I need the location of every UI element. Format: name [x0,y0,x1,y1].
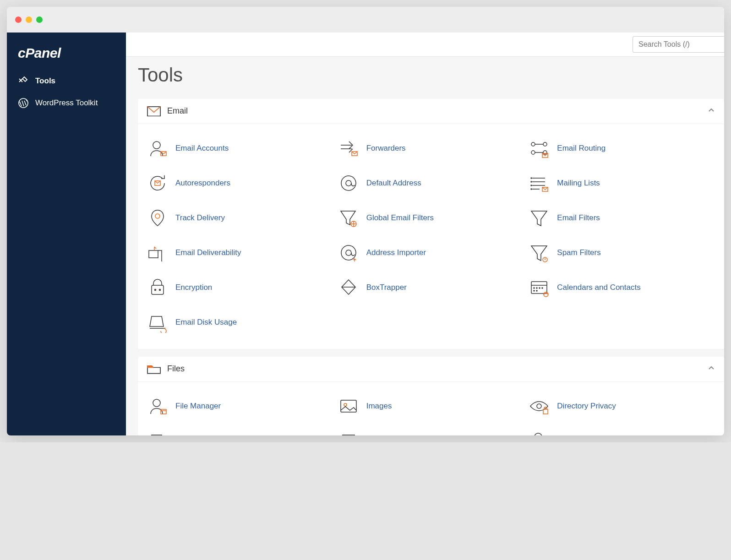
tool-track-delivery[interactable]: Track Delivery [147,202,333,234]
svg-point-16 [531,189,532,190]
window-minimize-button[interactable] [26,16,32,23]
directory-privacy-icon [529,396,550,417]
spam-filters-icon [529,242,550,263]
svg-rect-40 [543,409,548,414]
tool-label: Spam Filters [557,248,600,257]
tool-email-disk-usage[interactable]: Email Disk Usage [147,306,333,338]
panel-email: Email Email Accounts Forwarders [138,99,724,349]
main-content: Tools Email [126,33,724,435]
window-close-button[interactable] [15,16,22,23]
email-accounts-icon [147,138,168,159]
email-disk-usage-icon [147,312,168,333]
titlebar [7,7,724,33]
tool-label: Email Filters [557,213,600,223]
page-title: Tools [138,64,724,86]
tool-spam-filters[interactable]: Spam Filters [529,237,715,269]
tool-label: Email Accounts [175,144,229,153]
svg-point-5 [531,142,535,146]
svg-point-15 [531,185,532,186]
brand-logo: cPanel [7,45,126,70]
tool-email-accounts[interactable]: Email Accounts [147,132,333,164]
track-delivery-icon [147,207,168,228]
mailing-lists-icon [529,173,550,194]
svg-point-25 [155,289,156,290]
address-importer-icon [338,242,359,263]
tool-label: File Manager [175,402,221,411]
tool-global-email-filters[interactable]: Global Email Filters [338,202,524,234]
svg-rect-37 [341,400,356,412]
svg-point-11 [341,176,356,190]
svg-rect-36 [161,409,166,414]
default-address-icon [338,173,359,194]
boxtrapper-icon [338,277,359,298]
tool-label: Address Importer [366,248,426,257]
tool-label: Default Address [366,179,421,188]
svg-point-14 [531,181,532,182]
tool-label: Email Disk Usage [175,318,237,327]
tool-images[interactable]: Images [338,390,524,422]
panel-header-files[interactable]: Files [138,357,724,382]
tool-email-deliverability[interactable]: Email Deliverability [147,237,333,269]
sidebar-item-tools[interactable]: Tools [7,70,126,92]
window-maximize-button[interactable] [36,16,43,23]
panel-body-files: File Manager Images Directory Privacy [138,382,724,435]
tool-label: Email Deliverability [175,248,241,257]
calendars-and-contacts-icon [529,277,550,298]
svg-point-8 [543,151,547,154]
tool-label: Directory Privacy [557,402,616,411]
svg-point-26 [159,289,161,290]
svg-point-7 [531,151,535,154]
panel-header-email[interactable]: Email [138,99,724,124]
tool-label: Images [366,402,392,411]
tool-web-disk[interactable]: Web Disk [338,425,524,435]
tool-directory-privacy[interactable]: Directory Privacy [529,390,715,422]
svg-point-35 [153,399,160,407]
tool-autoresponders[interactable]: Autoresponders [147,167,333,199]
ftp-accounts-icon: FTP [529,430,550,435]
forwarders-icon [338,138,359,159]
tool-address-importer[interactable]: Address Importer [338,237,524,269]
svg-point-33 [536,290,537,291]
tool-label: Track Delivery [175,213,225,223]
sidebar-item-wordpress-toolkit[interactable]: WordPress Toolkit [7,92,126,114]
svg-point-43 [535,433,542,435]
tool-label: Mailing Lists [557,179,600,188]
tool-email-filters[interactable]: Email Filters [529,202,715,234]
tool-file-manager[interactable]: File Manager [147,390,333,422]
folder-icon [147,364,161,374]
svg-point-6 [543,142,547,146]
email-deliverability-icon [147,242,168,263]
svg-point-28 [534,288,535,288]
envelope-icon [147,106,161,116]
panel-title: Email [167,106,701,116]
tool-disk-usage[interactable]: Disk Usage [147,425,333,435]
tool-mailing-lists[interactable]: Mailing Lists [529,167,715,199]
tool-label: Forwarders [366,144,406,153]
content-area: Tools Email [126,57,724,435]
file-manager-icon [147,396,168,417]
tools-icon [18,76,29,87]
tool-ftp-accounts[interactable]: FTP FTP Accounts [529,425,715,435]
svg-point-30 [539,288,540,288]
wordpress-icon [18,98,29,109]
app-container: cPanel Tools WordPress Toolkit Tools [7,33,724,435]
tool-label: BoxTrapper [366,283,407,292]
images-icon [338,396,359,417]
search-input[interactable] [633,36,724,53]
tool-label: Calendars and Contacts [557,283,640,292]
sidebar-item-label: Tools [35,76,55,86]
svg-point-12 [346,180,351,186]
email-routing-icon [529,138,550,159]
svg-point-22 [346,250,351,256]
panel-title: Files [167,364,701,374]
tool-forwarders[interactable]: Forwarders [338,132,524,164]
tool-default-address[interactable]: Default Address [338,167,524,199]
tool-encryption[interactable]: Encryption [147,272,333,304]
sidebar-item-label: WordPress Toolkit [35,98,98,108]
tool-boxtrapper[interactable]: BoxTrapper [338,272,524,304]
tool-email-routing[interactable]: Email Routing [529,132,715,164]
panel-body-email: Email Accounts Forwarders Email Routing [138,124,724,349]
email-filters-icon [529,207,550,228]
svg-point-13 [531,178,532,179]
tool-calendars-and-contacts[interactable]: Calendars and Contacts [529,272,715,304]
